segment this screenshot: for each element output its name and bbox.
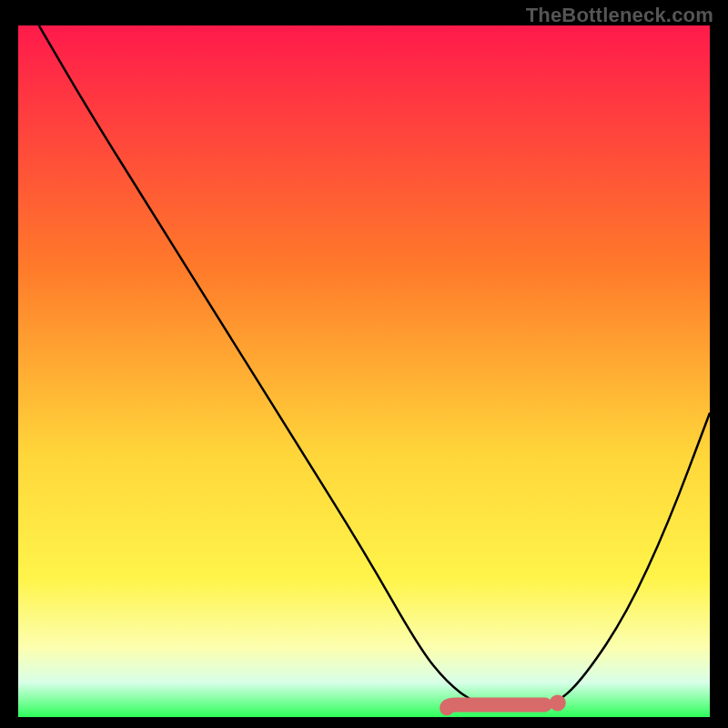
plot-area (18, 25, 710, 717)
optimal-zone-end-dot (550, 694, 566, 711)
curve-layer (18, 25, 710, 717)
bottleneck-curve (39, 25, 710, 710)
chart-stage: TheBottleneck.com (0, 0, 728, 728)
watermark-text: TheBottleneck.com (526, 4, 713, 27)
optimal-zone-marker (447, 704, 545, 708)
